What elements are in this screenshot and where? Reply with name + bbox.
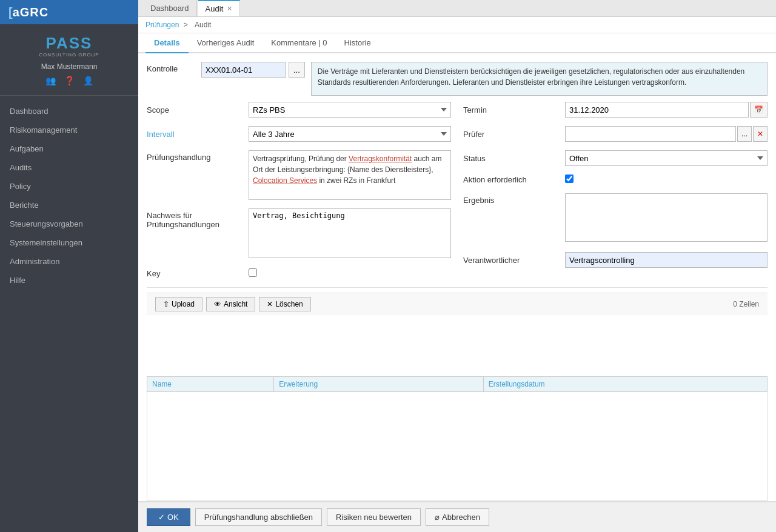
table-header-row: Name Erweiterung Erstellungsdatum (147, 377, 768, 392)
aktion-control (565, 175, 768, 185)
key-row: Key (147, 268, 451, 279)
cancel-icon: ⌀ (435, 513, 440, 522)
subtab-previous[interactable]: Vorheriges Audit (189, 33, 263, 53)
logo-bar: [ aGRC (0, 0, 138, 24)
subtab-history[interactable]: Historie (336, 33, 380, 53)
user-icon-bar: 👥 ❓ 👤 (45, 76, 93, 85)
sidebar-item-hilfe[interactable]: Hilfe (0, 271, 138, 290)
verantwortlicher-label: Verantwortlicher (463, 256, 560, 265)
attachment-toolbar: ⇧ Upload 👁 Ansicht ✕ Löschen 0 Zeilen (147, 293, 768, 315)
sidebar: [ aGRC PASS CONSULTING GROUP Max Musterm… (0, 0, 138, 532)
kontrolle-dots-button[interactable]: ... (289, 62, 305, 78)
col-erweiterung: Erweiterung (274, 377, 484, 392)
col-erstellungsdatum: Erstellungsdatum (483, 377, 767, 392)
verantwortlicher-input[interactable] (565, 252, 768, 268)
status-row: Status Offen In Bearbeitung Abgeschlosse… (463, 150, 768, 166)
scope-control: RZs PBS Option 2 (249, 102, 451, 118)
ergebnis-row: Ergebnis (463, 193, 768, 244)
main-content: Dashboard Audit ✕ Prüfungen > Audit Deta… (138, 0, 776, 532)
aktion-row: Aktion erforderlich (463, 175, 768, 185)
table-row (147, 392, 768, 501)
col-name: Name (147, 377, 274, 392)
verantwortlicher-control (565, 252, 768, 268)
username: Max Mustermann (41, 62, 98, 71)
loschen-label: Löschen (275, 300, 303, 308)
attachments-table-section: Name Erweiterung Erstellungsdatum (138, 376, 776, 501)
tab-dashboard[interactable]: Dashboard (143, 0, 197, 16)
abbrechen-button[interactable]: ⌀ Abbrechen (426, 508, 489, 526)
sidebar-item-risikomanagement[interactable]: Risikomanagement (0, 121, 138, 139)
users-icon[interactable]: 👥 (45, 76, 56, 85)
upload-icon: ⇧ (163, 300, 169, 308)
termin-input[interactable] (565, 102, 749, 118)
help-icon[interactable]: ❓ (64, 76, 75, 85)
ansicht-button[interactable]: 👁 Ansicht (206, 297, 255, 311)
prufungshandlung-text[interactable]: Vertragsprüfung, Prüfung der Vertragskon… (249, 150, 451, 200)
sub-tab-bar: Details Vorheriges Audit Kommentare | 0 … (138, 33, 776, 53)
kontrolle-description: Die Verträge mit Lieferanten und Dienstl… (311, 62, 768, 96)
subtab-comments[interactable]: Kommentare | 0 (263, 33, 335, 53)
intervall-row: Intervall Alle 3 Jahre Jährlich (147, 126, 451, 142)
pass-sub: CONSULTING GROUP (39, 52, 99, 58)
ok-label: OK (167, 513, 179, 522)
key-checkbox[interactable] (249, 268, 257, 277)
sidebar-item-audits[interactable]: Audits (0, 158, 138, 177)
prufer-clear-button[interactable]: ✕ (753, 126, 768, 142)
status-control: Offen In Bearbeitung Abgeschlossen (565, 150, 768, 166)
scope-select[interactable]: RZs PBS Option 2 (249, 102, 451, 118)
termin-calendar-button[interactable]: 📅 (750, 102, 768, 118)
logo-bracket: [ (8, 5, 13, 19)
breadcrumb: Prüfungen > Audit (138, 17, 776, 33)
pass-logo: PASS (46, 35, 93, 51)
sidebar-item-administration[interactable]: Administration (0, 252, 138, 271)
subtab-details[interactable]: Details (146, 33, 189, 53)
key-label: Key (147, 269, 244, 278)
sidebar-item-dashboard[interactable]: Dashboard (0, 102, 138, 121)
upload-button[interactable]: ⇧ Upload (155, 297, 202, 311)
nachweis-row: Nachweis für Prüfungshandlungen Vertrag,… (147, 208, 451, 260)
prufer-control: ... ✕ (565, 126, 768, 142)
prufer-input[interactable] (565, 126, 736, 142)
ansicht-label: Ansicht (224, 300, 247, 308)
ok-button[interactable]: ✓ OK (147, 508, 190, 526)
abbrechen-label: Abbrechen (442, 513, 480, 522)
intervall-label: Intervall (147, 130, 244, 139)
loschen-button[interactable]: ✕ Löschen (259, 297, 310, 311)
sidebar-item-systemeinstellungen[interactable]: Systemeinstellungen (0, 233, 138, 252)
ergebnis-control (565, 193, 768, 244)
tab-audit[interactable]: Audit ✕ (198, 0, 241, 16)
key-control (249, 268, 451, 279)
prufungshandlung-row: Prüfungshandlung Vertragsprüfung, Prüfun… (147, 150, 451, 200)
sidebar-nav: Dashboard Risikomanagement Aufgaben Audi… (0, 96, 138, 532)
sidebar-item-aufgaben[interactable]: Aufgaben (0, 139, 138, 158)
prufungshandlung-abschliessen-button[interactable]: Prüfungshandlung abschließen (195, 508, 322, 526)
termin-control: 📅 (565, 102, 768, 118)
form-left: Scope RZs PBS Option 2 Intervall (147, 102, 451, 282)
aktion-checkbox[interactable] (565, 175, 574, 183)
status-select[interactable]: Offen In Bearbeitung Abgeschlossen (565, 150, 768, 166)
aktion-label: Aktion erforderlich (463, 175, 560, 184)
rows-count: 0 Zeilen (733, 300, 759, 308)
loschen-icon: ✕ (267, 300, 273, 308)
ergebnis-textarea[interactable] (565, 193, 768, 242)
tab-dashboard-label: Dashboard (150, 4, 189, 13)
attachments-table: Name Erweiterung Erstellungsdatum (147, 376, 768, 501)
prufungshandlung-control: Vertragsprüfung, Prüfung der Vertragskon… (249, 150, 451, 200)
kontrolle-input[interactable] (201, 62, 286, 78)
sidebar-item-policy[interactable]: Policy (0, 177, 138, 196)
breadcrumb-separator: > (184, 21, 188, 29)
footer-bar: ✓ OK Prüfungshandlung abschließen Risike… (138, 501, 776, 532)
prufer-dots-button[interactable]: ... (737, 126, 752, 142)
risiken-bewerten-button[interactable]: Risiken neu bewerten (327, 508, 421, 526)
user-icon[interactable]: 👤 (83, 76, 93, 85)
intervall-select[interactable]: Alle 3 Jahre Jährlich (249, 126, 451, 142)
sidebar-item-berichte[interactable]: Berichte (0, 196, 138, 214)
sidebar-item-steuerungsvorgaben[interactable]: Steuerungsvorgaben (0, 214, 138, 233)
ergebnis-label: Ergebnis (463, 193, 560, 205)
nachweis-textarea[interactable]: Vertrag, Besichtigung (249, 208, 451, 258)
kontrolle-input-wrap: ... (201, 62, 305, 78)
prufer-row: Prüfer ... ✕ (463, 126, 768, 142)
kontrolle-label: Kontrolle (147, 62, 195, 73)
breadcrumb-parent[interactable]: Prüfungen (146, 21, 179, 29)
tab-close-icon[interactable]: ✕ (227, 5, 232, 13)
